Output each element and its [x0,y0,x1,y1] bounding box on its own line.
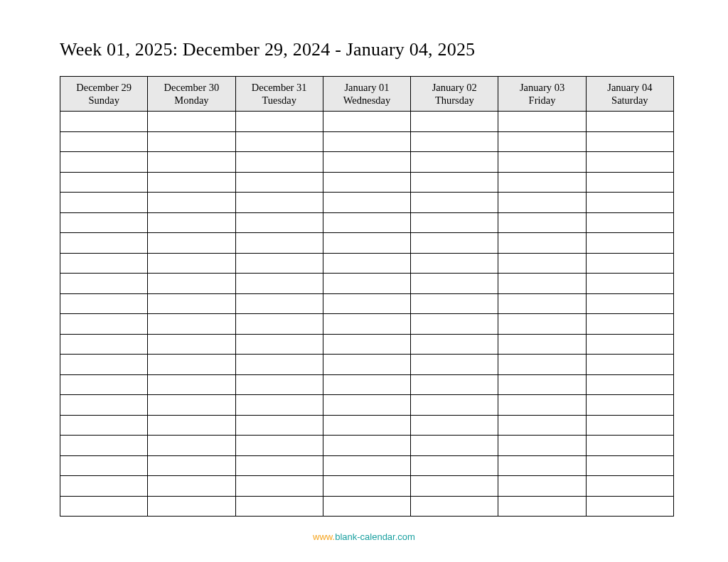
calendar-row [60,436,674,456]
calendar-cell [498,455,586,476]
calendar-cell [323,131,410,152]
day-header-weekday: Saturday [588,94,672,107]
day-header: January 02 Thursday [411,77,498,112]
calendar-cell [235,395,323,416]
calendar-cell [498,415,586,436]
calendar-body [60,112,674,517]
calendar-row [60,152,674,173]
calendar-cell [411,374,498,395]
calendar-cell [235,253,323,274]
calendar-cell [60,274,148,294]
calendar-header-row: December 29 Sunday December 30 Monday De… [60,77,674,112]
calendar-cell [60,374,148,395]
calendar-cell [323,172,410,193]
calendar-cell [60,212,148,233]
calendar-cell [498,293,586,314]
calendar-cell [60,253,148,274]
calendar-cell [323,476,410,497]
calendar-cell [586,212,673,233]
calendar-cell [586,172,673,193]
calendar-cell [411,395,498,416]
calendar-cell [323,233,410,254]
calendar-cell [498,496,586,517]
calendar-cell [411,355,498,375]
calendar-cell [60,193,148,213]
calendar-cell [586,131,673,152]
calendar-cell [498,152,586,173]
calendar-cell [60,496,148,517]
calendar-cell [411,112,498,132]
calendar-cell [148,274,235,294]
calendar-cell [235,172,323,193]
calendar-row [60,193,674,213]
calendar-cell [148,172,235,193]
calendar-cell [498,233,586,254]
calendar-cell [323,112,410,132]
calendar-cell [586,334,673,355]
calendar-row [60,415,674,436]
calendar-cell [148,436,235,456]
day-header-weekday: Sunday [62,94,146,107]
calendar-cell [411,193,498,213]
calendar-row [60,334,674,355]
calendar-row [60,112,674,132]
calendar-cell [60,233,148,254]
footer-link: www.blank-calendar.com [0,531,728,542]
calendar-cell [148,455,235,476]
calendar-cell [586,355,673,375]
calendar-cell [60,436,148,456]
calendar-cell [60,112,148,132]
calendar-cell [148,415,235,436]
calendar-cell [586,476,673,497]
day-header: December 30 Monday [148,77,235,112]
calendar-cell [148,293,235,314]
calendar-cell [498,131,586,152]
calendar-cell [586,293,673,314]
day-header-date: December 30 [149,81,233,94]
calendar-row [60,212,674,233]
calendar-cell [498,253,586,274]
calendar-cell [235,436,323,456]
calendar-cell [148,212,235,233]
calendar-cell [148,131,235,152]
calendar-cell [323,293,410,314]
calendar-cell [586,112,673,132]
calendar-cell [148,334,235,355]
calendar-cell [235,496,323,517]
calendar-cell [60,314,148,335]
calendar-cell [148,395,235,416]
weekly-calendar-table: December 29 Sunday December 30 Monday De… [60,76,674,517]
calendar-cell [586,496,673,517]
footer-prefix: www. [313,531,335,542]
day-header: December 29 Sunday [60,77,148,112]
calendar-cell [60,293,148,314]
calendar-cell [235,314,323,335]
day-header: December 31 Tuesday [235,77,323,112]
calendar-cell [235,476,323,497]
calendar-cell [235,112,323,132]
day-header-weekday: Wednesday [325,94,409,107]
calendar-cell [60,476,148,497]
calendar-cell [498,212,586,233]
calendar-cell [586,193,673,213]
calendar-row [60,355,674,375]
calendar-cell [411,233,498,254]
calendar-row [60,233,674,254]
calendar-row [60,293,674,314]
calendar-cell [411,212,498,233]
calendar-cell [235,131,323,152]
calendar-cell [60,455,148,476]
calendar-cell [148,314,235,335]
calendar-cell [411,253,498,274]
calendar-cell [586,455,673,476]
calendar-cell [411,131,498,152]
calendar-cell [498,476,586,497]
calendar-cell [323,455,410,476]
calendar-cell [323,253,410,274]
calendar-cell [498,314,586,335]
day-header-weekday: Friday [500,94,584,107]
calendar-cell [586,436,673,456]
calendar-cell [235,415,323,436]
calendar-cell [235,455,323,476]
calendar-cell [323,152,410,173]
